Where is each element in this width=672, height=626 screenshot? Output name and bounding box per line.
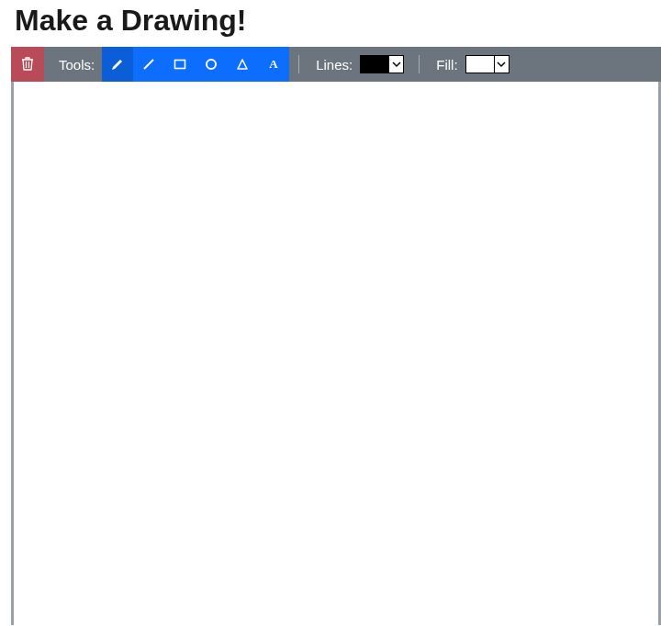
drawing-canvas[interactable] (11, 82, 661, 625)
trash-icon (21, 56, 34, 73)
page-title: Make a Drawing! (15, 4, 661, 38)
delete-button[interactable] (11, 47, 44, 82)
svg-text:A: A (269, 57, 278, 71)
divider (298, 55, 299, 73)
rectangle-icon (173, 57, 187, 72)
text-icon: A (266, 57, 281, 72)
fill-label: Fill: (421, 57, 465, 73)
tool-circle[interactable] (196, 47, 227, 82)
svg-rect-1 (175, 61, 185, 69)
circle-icon (204, 57, 218, 72)
fill-color-swatch (466, 56, 494, 73)
tool-pencil[interactable] (102, 47, 133, 82)
tool-group: A (102, 47, 289, 82)
chevron-down-icon (388, 56, 403, 73)
tools-label: Tools: (44, 57, 102, 73)
fill-color-select[interactable] (465, 55, 510, 73)
lines-label: Lines: (301, 57, 360, 73)
tool-text[interactable]: A (258, 47, 289, 82)
tool-triangle[interactable] (227, 47, 258, 82)
triangle-icon (235, 57, 250, 72)
svg-point-2 (207, 60, 216, 69)
line-color-swatch (361, 56, 388, 73)
chevron-down-icon (494, 56, 509, 73)
svg-line-0 (144, 60, 153, 69)
tool-line[interactable] (133, 47, 164, 82)
pencil-icon (110, 57, 125, 72)
divider (419, 55, 420, 73)
line-icon (141, 57, 156, 72)
line-color-select[interactable] (360, 55, 404, 73)
toolbar: Tools: (11, 47, 661, 82)
tool-rectangle[interactable] (164, 47, 196, 82)
